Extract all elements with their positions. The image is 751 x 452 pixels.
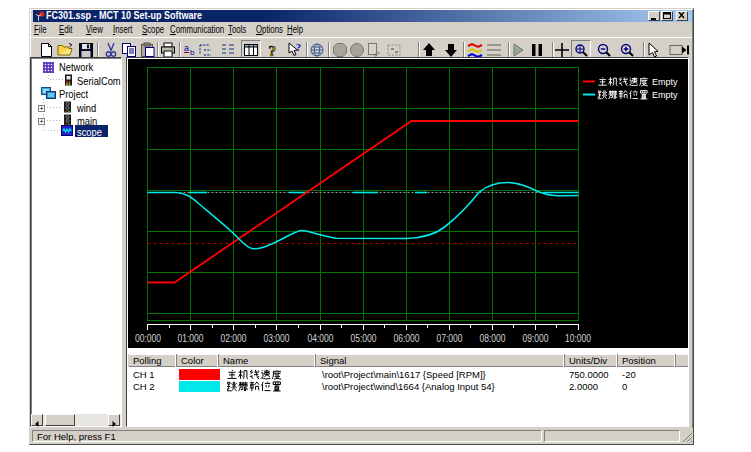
svg-text:02:000: 02:000 [221,333,247,344]
svg-text:a: a [184,43,189,53]
svg-text:03:000: 03:000 [264,333,290,344]
svg-text:00:000: 00:000 [135,333,161,344]
svg-text:10:000: 10:000 [565,333,591,344]
svg-text:09:000: 09:000 [523,333,549,344]
svg-text:07:000: 07:000 [437,333,463,344]
svg-text:b: b [190,48,195,57]
svg-text:04:000: 04:000 [308,333,334,344]
svg-text:05:000: 05:000 [351,333,377,344]
svg-text:Empty: Empty [652,77,678,87]
svg-text:?: ? [269,43,277,59]
svg-text:Empty: Empty [652,90,678,100]
svg-text:08:000: 08:000 [480,333,506,344]
svg-text:06:000: 06:000 [394,333,420,344]
svg-text:01:000: 01:000 [178,333,204,344]
svg-text:?: ? [296,42,301,53]
